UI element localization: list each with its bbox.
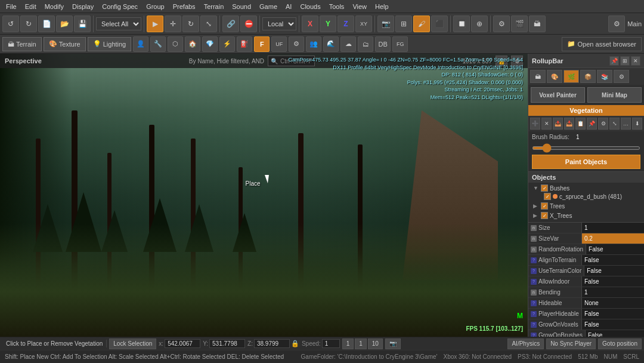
voxel-painter-btn[interactable]: Voxel Painter bbox=[531, 87, 585, 103]
menu-display[interactable]: Display bbox=[69, 2, 97, 11]
tb2-btn12[interactable]: ☁ bbox=[340, 36, 356, 52]
menu-sound[interactable]: Sound bbox=[228, 2, 255, 11]
open-button[interactable]: 📂 bbox=[56, 16, 73, 32]
menu-group[interactable]: Group bbox=[143, 2, 168, 11]
tb2-btn14[interactable]: DB bbox=[375, 36, 391, 52]
prop-row[interactable]: ? PlayerHideable False bbox=[528, 309, 644, 319]
xy-axis-button[interactable]: XY bbox=[355, 16, 372, 32]
menu-modify[interactable]: Modify bbox=[41, 2, 67, 11]
tb2-btn2[interactable]: 🔧 bbox=[150, 36, 166, 52]
prop-row[interactable]: ? Hideable None bbox=[528, 298, 644, 309]
speed-input[interactable] bbox=[322, 339, 340, 348]
prop-row[interactable]: ? AlignToTerrain False bbox=[528, 255, 644, 266]
xtrees-header[interactable]: ▶ ✓ X_Trees bbox=[532, 211, 640, 220]
tb2-btn7[interactable]: ⛽ bbox=[237, 36, 252, 52]
camera-icon-btn[interactable]: 📷 bbox=[385, 339, 401, 349]
mini-map-btn[interactable]: Mini Map bbox=[587, 87, 642, 103]
save-button[interactable]: 💾 bbox=[74, 16, 91, 32]
select-all-dropdown[interactable]: Select All bbox=[96, 17, 141, 30]
x-input[interactable] bbox=[165, 339, 200, 348]
paint-button[interactable]: 🖌 bbox=[413, 16, 430, 32]
snap-button[interactable]: 🔲 bbox=[453, 16, 470, 32]
terrain-btn2[interactable]: 🏔 bbox=[529, 16, 546, 32]
rtool-scale[interactable]: ⤡ bbox=[609, 118, 620, 130]
tb2-btn5[interactable]: 💎 bbox=[202, 36, 218, 52]
select-mode-button[interactable]: ▶ bbox=[147, 16, 163, 32]
snap2-button[interactable]: ⊕ bbox=[471, 16, 488, 32]
prop-row[interactable]: ? GrowOnBrushes False bbox=[528, 330, 644, 337]
ai-physics-btn[interactable]: AI/Physics bbox=[507, 339, 544, 349]
tb2-btn15[interactable]: FG bbox=[392, 36, 408, 52]
lighting-tab[interactable]: 💡 Lighting bbox=[88, 37, 132, 51]
physics-button[interactable]: ⚙ bbox=[493, 16, 510, 32]
rtool-copy[interactable]: 📋 bbox=[575, 118, 586, 130]
tb2-btn13[interactable]: 🗂 bbox=[358, 36, 373, 52]
terrain-tab[interactable]: 🏔 Terrain bbox=[2, 37, 42, 51]
brush-radius-slider[interactable] bbox=[532, 146, 640, 150]
tb2-btn8[interactable]: F bbox=[254, 36, 270, 52]
prop-row[interactable]: ? AllowIndoor False bbox=[528, 276, 644, 287]
lock-selection-btn[interactable]: Lock Selection bbox=[109, 339, 156, 349]
camera-button[interactable]: 📷 bbox=[377, 16, 394, 32]
link-button[interactable]: 🔗 bbox=[222, 16, 239, 32]
menu-game[interactable]: Game bbox=[256, 2, 281, 11]
bushes-header[interactable]: ▼ ✓ Bushes bbox=[532, 184, 640, 192]
seg3-btn[interactable]: 10 bbox=[368, 339, 383, 349]
grid-button[interactable]: ⊞ bbox=[395, 16, 412, 32]
tb2-btn10[interactable]: 👥 bbox=[306, 36, 321, 52]
y-input[interactable] bbox=[209, 339, 245, 348]
vegetation-section[interactable]: Vegetation bbox=[528, 105, 644, 116]
render-button[interactable]: 🎬 bbox=[511, 16, 528, 32]
seg2-btn[interactable]: 1 bbox=[355, 339, 367, 349]
paint-objects-btn[interactable]: Paint Objects bbox=[532, 155, 640, 169]
uf-btn[interactable]: UF bbox=[271, 36, 287, 52]
tb2-btn4[interactable]: 🏠 bbox=[185, 36, 200, 52]
tb2-btn9[interactable]: ⚙ bbox=[289, 36, 304, 52]
menu-view[interactable]: View bbox=[349, 2, 370, 11]
tb2-btn3[interactable]: ⬡ bbox=[168, 36, 183, 52]
new-button[interactable]: 📄 bbox=[38, 16, 55, 32]
trees-header[interactable]: ▶ ✓ Trees bbox=[532, 202, 640, 210]
rtool-export[interactable]: 📤 bbox=[553, 118, 563, 130]
no-sync-btn[interactable]: No Sync Player bbox=[546, 339, 596, 349]
rollup-tab-texture[interactable]: 🎨 bbox=[547, 70, 562, 83]
seg1-btn[interactable]: 1 bbox=[342, 339, 354, 349]
bushes-checkbox[interactable]: ✓ bbox=[541, 184, 548, 192]
menu-edit[interactable]: Edit bbox=[21, 2, 40, 11]
x-axis-button[interactable]: X bbox=[302, 16, 318, 32]
rollup-tab-layers[interactable]: 📚 bbox=[597, 70, 612, 83]
menu-file[interactable]: File bbox=[2, 2, 20, 11]
redo-button[interactable]: ↻ bbox=[20, 16, 37, 32]
wireframe-button[interactable]: ⬛ bbox=[431, 16, 448, 32]
settings-button[interactable]: ⚙ bbox=[608, 16, 625, 32]
prop-row[interactable]: n Size 1 bbox=[528, 223, 644, 233]
rollup-float-btn[interactable]: ⊞ bbox=[620, 56, 630, 66]
rollup-tab-terrain[interactable]: 🏔 bbox=[530, 70, 546, 83]
tb2-btn11[interactable]: 🌊 bbox=[323, 36, 339, 52]
undo-button[interactable]: ↺ bbox=[2, 16, 19, 32]
prop-row[interactable]: n SizeVar 0.2 bbox=[528, 233, 644, 244]
open-asset-btn[interactable]: 📁 Open asset browser bbox=[562, 37, 642, 51]
tb2-btn1[interactable]: 👤 bbox=[133, 36, 148, 52]
rotate-button[interactable]: ↻ bbox=[182, 16, 199, 32]
prop-row[interactable]: ? GrowOnVoxels False bbox=[528, 319, 644, 330]
menu-help[interactable]: Help bbox=[371, 2, 392, 11]
bush-item[interactable]: ✓ c_spruce_d_bush (481) bbox=[532, 192, 640, 201]
z-input[interactable] bbox=[254, 339, 290, 348]
unlink-button[interactable]: ⛔ bbox=[240, 16, 257, 32]
prop-row[interactable]: ? UseTerrainColor False bbox=[528, 266, 644, 276]
rollup-tab-objects[interactable]: 📦 bbox=[580, 70, 596, 83]
rollup-pin-btn[interactable]: 📌 bbox=[609, 56, 619, 66]
prop-row[interactable]: n Bending 1 bbox=[528, 287, 644, 298]
menu-config-spec[interactable]: Config Spec bbox=[98, 2, 141, 11]
menu-tools[interactable]: Tools bbox=[326, 2, 348, 11]
rtool-remove[interactable]: ✕ bbox=[541, 118, 552, 130]
rtool-add[interactable]: ➕ bbox=[530, 118, 540, 130]
menu-prefabs[interactable]: Prefabs bbox=[169, 2, 199, 11]
bush-item-checkbox[interactable]: ✓ bbox=[544, 193, 551, 200]
rtool-import[interactable]: 📥 bbox=[564, 118, 574, 130]
brush-slider-container[interactable] bbox=[528, 143, 644, 152]
texture-tab[interactable]: 🎨 Texture bbox=[44, 37, 86, 51]
xtrees-checkbox[interactable]: ✓ bbox=[541, 212, 548, 219]
viewport[interactable]: Perspective By Name, Hide filtered, AND … bbox=[0, 54, 528, 337]
